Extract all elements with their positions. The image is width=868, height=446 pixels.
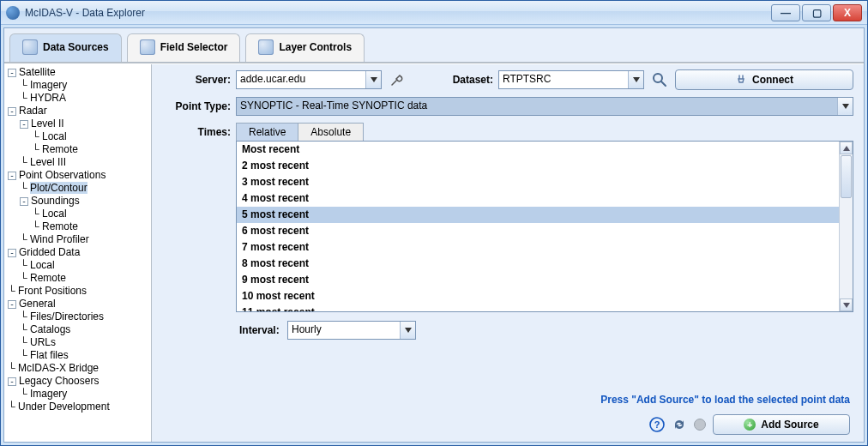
- tree-branch-icon: └: [20, 233, 30, 246]
- tree-toggle-icon[interactable]: -: [8, 172, 16, 180]
- times-tab-relative[interactable]: Relative: [236, 123, 298, 141]
- tree-item[interactable]: └Wind Profiler: [20, 233, 151, 246]
- list-item[interactable]: 11 most recent: [237, 304, 839, 311]
- help-icon[interactable]: ?: [649, 417, 665, 432]
- hint-text: Press "Add Source" to load the selected …: [159, 394, 850, 406]
- tree-label: HYDRA: [30, 92, 66, 104]
- tree-label: Local: [42, 208, 67, 220]
- scroll-down-icon[interactable]: [840, 298, 853, 311]
- tree-branch-icon: └: [32, 208, 42, 220]
- tree-item[interactable]: -Legacy Choosers└Imagery: [8, 375, 151, 401]
- dataset-combo[interactable]: RTPTSRC: [498, 70, 644, 89]
- source-tree[interactable]: -Satellite└Imagery└HYDRA-Radar-Level II└…: [4, 64, 152, 442]
- tree-item[interactable]: └Imagery: [20, 388, 151, 401]
- list-item[interactable]: 3 most recent: [237, 174, 839, 190]
- wrench-icon[interactable]: [387, 69, 407, 90]
- close-button[interactable]: X: [833, 4, 862, 21]
- add-source-button[interactable]: + Add Source: [713, 414, 850, 435]
- list-item[interactable]: 8 most recent: [237, 256, 839, 272]
- times-label: Times:: [159, 123, 236, 138]
- tree-item[interactable]: └Files/Directories: [20, 310, 151, 323]
- tree-item[interactable]: └Catalogs: [20, 323, 151, 336]
- tree-item[interactable]: -Level II└Local└Remote: [20, 118, 151, 156]
- top-tab-row: Data Sources Field Selector Layer Contro…: [4, 28, 864, 63]
- list-item[interactable]: Most recent: [237, 142, 839, 158]
- list-item[interactable]: 9 most recent: [237, 272, 839, 288]
- tree-branch-icon: └: [20, 272, 30, 285]
- tree-item[interactable]: └Local: [32, 130, 151, 143]
- plug-icon: [735, 74, 747, 86]
- tree-branch-icon: └: [20, 92, 30, 105]
- tree-branch-icon: └: [32, 143, 42, 156]
- scrollbar[interactable]: [839, 142, 853, 311]
- tree-item[interactable]: -Point Observations└Plot/Contour-Soundin…: [8, 169, 151, 246]
- tree-branch-icon: └: [32, 130, 42, 143]
- times-listbox[interactable]: Most recent2 most recent3 most recent4 m…: [236, 141, 853, 312]
- tab-label: Layer Controls: [279, 41, 352, 53]
- interval-combo[interactable]: Hourly: [287, 321, 416, 340]
- chevron-down-icon[interactable]: [400, 322, 415, 339]
- chevron-down-icon[interactable]: [365, 71, 381, 88]
- tree-toggle-icon[interactable]: -: [20, 197, 28, 206]
- times-tab-absolute[interactable]: Absolute: [298, 123, 364, 141]
- magnifier-icon: [140, 39, 155, 55]
- list-item[interactable]: 2 most recent: [237, 158, 839, 174]
- tree-label: Radar: [19, 105, 47, 117]
- tree-branch-icon: └: [32, 220, 42, 233]
- tree-toggle-icon[interactable]: -: [8, 377, 16, 386]
- server-combo[interactable]: adde.ucar.edu: [236, 70, 382, 89]
- tree-branch-icon: └: [20, 156, 30, 169]
- tree-item[interactable]: -Gridded Data└Local└Remote: [8, 246, 151, 285]
- list-item[interactable]: 6 most recent: [237, 223, 839, 239]
- tree-item[interactable]: -Soundings└Local└Remote: [20, 195, 151, 233]
- tree-toggle-icon[interactable]: -: [8, 249, 16, 257]
- tree-item[interactable]: └Flat files: [20, 349, 151, 362]
- tree-branch-icon: └: [20, 79, 30, 92]
- connect-button[interactable]: Connect: [675, 69, 853, 90]
- tree-item[interactable]: └Level III: [20, 156, 151, 169]
- tab-data-sources[interactable]: Data Sources: [9, 33, 122, 62]
- tree-item[interactable]: └Remote: [32, 220, 151, 233]
- tree-toggle-icon[interactable]: -: [8, 69, 16, 77]
- tree-item[interactable]: └Under Development: [8, 401, 151, 413]
- tree-item[interactable]: -General└Files/Directories└Catalogs└URLs…: [8, 298, 151, 362]
- tree-item[interactable]: └Front Positions: [8, 285, 151, 298]
- tree-item[interactable]: └Remote: [32, 143, 151, 156]
- scroll-thumb[interactable]: [841, 155, 852, 198]
- tree-toggle-icon[interactable]: -: [8, 107, 16, 116]
- tree-item[interactable]: └Plot/Contour: [20, 182, 151, 195]
- tree-label: Plot/Contour: [30, 182, 87, 194]
- tab-field-selector[interactable]: Field Selector: [127, 33, 241, 62]
- tree-branch-icon: └: [8, 401, 18, 413]
- chevron-down-icon[interactable]: [628, 71, 643, 88]
- tree-toggle-icon[interactable]: -: [20, 120, 28, 129]
- tree-label: Imagery: [30, 79, 67, 91]
- tab-layer-controls[interactable]: Layer Controls: [245, 33, 365, 62]
- chevron-down-icon[interactable]: [837, 98, 853, 115]
- tree-toggle-icon[interactable]: -: [8, 300, 16, 309]
- tree-item[interactable]: └Remote: [20, 272, 151, 285]
- tree-item[interactable]: └Local: [20, 259, 151, 272]
- tree-item[interactable]: └McIDAS-X Bridge: [8, 362, 151, 375]
- tree-item[interactable]: └Imagery: [20, 79, 151, 92]
- tree-item[interactable]: └URLs: [20, 336, 151, 349]
- tree-label: Remote: [30, 272, 66, 284]
- tree-item[interactable]: └HYDRA: [20, 92, 151, 105]
- pointtype-combo[interactable]: SYNOPTIC - Real-Time SYNOPTIC data: [236, 97, 853, 116]
- list-item[interactable]: 10 most recent: [237, 288, 839, 304]
- list-item[interactable]: 5 most recent: [237, 207, 839, 223]
- maximize-button[interactable]: ▢: [802, 4, 831, 21]
- scroll-up-icon[interactable]: [840, 142, 853, 154]
- list-item[interactable]: 4 most recent: [237, 190, 839, 207]
- tree-label: Satellite: [19, 66, 56, 78]
- magnifier-icon: [22, 39, 38, 55]
- list-item[interactable]: 7 most recent: [237, 239, 839, 256]
- minimize-button[interactable]: —: [771, 4, 800, 21]
- tree-item[interactable]: -Radar-Level II└Local└Remote└Level III: [8, 105, 151, 169]
- svg-text:?: ?: [654, 419, 660, 430]
- tree-item[interactable]: └Local: [32, 208, 151, 220]
- tree-item[interactable]: -Satellite└Imagery└HYDRA: [8, 66, 151, 105]
- tree-label: General: [19, 298, 56, 310]
- find-icon[interactable]: [649, 69, 670, 90]
- refresh-icon[interactable]: [672, 417, 687, 432]
